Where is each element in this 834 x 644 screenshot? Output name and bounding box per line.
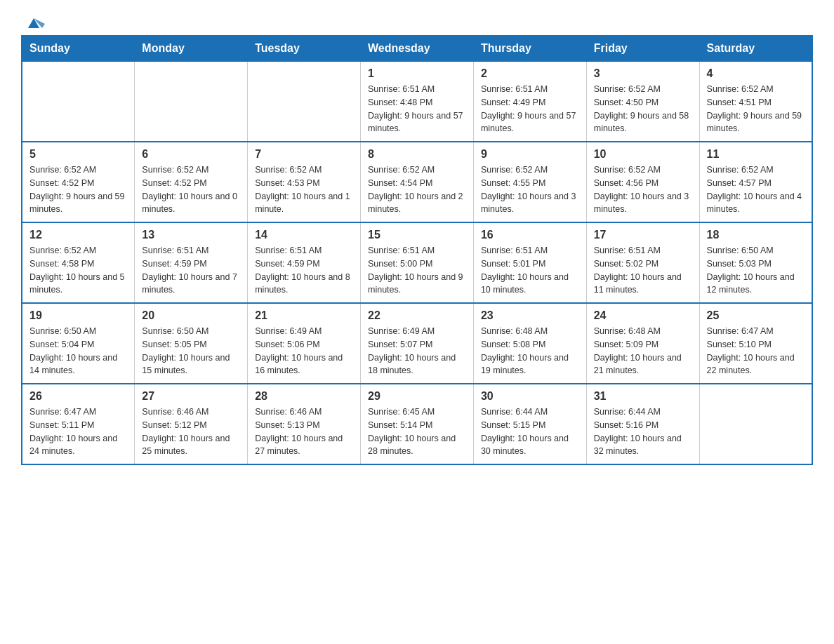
day-info: Sunrise: 6:48 AM Sunset: 5:08 PM Dayligh… bbox=[481, 325, 579, 377]
calendar-cell bbox=[248, 61, 361, 142]
day-number: 25 bbox=[707, 309, 805, 322]
day-info: Sunrise: 6:46 AM Sunset: 5:12 PM Dayligh… bbox=[142, 405, 240, 458]
day-info: Sunrise: 6:52 AM Sunset: 4:52 PM Dayligh… bbox=[29, 163, 127, 216]
day-info: Sunrise: 6:51 AM Sunset: 5:00 PM Dayligh… bbox=[368, 244, 466, 297]
calendar-cell: 2Sunrise: 6:51 AM Sunset: 4:49 PM Daylig… bbox=[473, 61, 586, 142]
weekday-header-row: SundayMondayTuesdayWednesdayThursdayFrid… bbox=[22, 36, 812, 61]
calendar-cell: 23Sunrise: 6:48 AM Sunset: 5:08 PM Dayli… bbox=[473, 303, 586, 384]
weekday-header-tuesday: Tuesday bbox=[248, 36, 361, 61]
calendar-week-1: 1Sunrise: 6:51 AM Sunset: 4:48 PM Daylig… bbox=[22, 61, 812, 142]
calendar-cell: 30Sunrise: 6:44 AM Sunset: 5:15 PM Dayli… bbox=[473, 384, 586, 464]
day-info: Sunrise: 6:51 AM Sunset: 4:49 PM Dayligh… bbox=[481, 83, 579, 135]
day-number: 17 bbox=[594, 229, 692, 241]
calendar-cell: 11Sunrise: 6:52 AM Sunset: 4:57 PM Dayli… bbox=[699, 142, 812, 222]
day-number: 9 bbox=[481, 148, 579, 161]
calendar-cell: 17Sunrise: 6:51 AM Sunset: 5:02 PM Dayli… bbox=[586, 222, 699, 303]
day-info: Sunrise: 6:47 AM Sunset: 5:10 PM Dayligh… bbox=[707, 325, 805, 377]
calendar-cell: 25Sunrise: 6:47 AM Sunset: 5:10 PM Dayli… bbox=[699, 303, 812, 384]
day-info: Sunrise: 6:49 AM Sunset: 5:06 PM Dayligh… bbox=[255, 325, 353, 377]
day-number: 26 bbox=[29, 390, 127, 403]
day-number: 24 bbox=[594, 309, 692, 322]
calendar-cell: 26Sunrise: 6:47 AM Sunset: 5:11 PM Dayli… bbox=[22, 384, 135, 464]
calendar-cell: 13Sunrise: 6:51 AM Sunset: 4:59 PM Dayli… bbox=[135, 222, 248, 303]
day-info: Sunrise: 6:52 AM Sunset: 4:56 PM Dayligh… bbox=[594, 163, 692, 216]
day-number: 6 bbox=[142, 148, 240, 161]
calendar-cell bbox=[135, 61, 248, 142]
day-info: Sunrise: 6:52 AM Sunset: 4:57 PM Dayligh… bbox=[707, 163, 805, 216]
weekday-header-sunday: Sunday bbox=[22, 36, 135, 61]
day-info: Sunrise: 6:50 AM Sunset: 5:05 PM Dayligh… bbox=[142, 325, 240, 377]
logo-icon bbox=[22, 11, 45, 34]
calendar-cell: 10Sunrise: 6:52 AM Sunset: 4:56 PM Dayli… bbox=[586, 142, 699, 222]
calendar-cell: 19Sunrise: 6:50 AM Sunset: 5:04 PM Dayli… bbox=[22, 303, 135, 384]
day-info: Sunrise: 6:52 AM Sunset: 4:51 PM Dayligh… bbox=[707, 83, 805, 135]
day-number: 13 bbox=[142, 229, 240, 241]
day-info: Sunrise: 6:52 AM Sunset: 4:53 PM Dayligh… bbox=[255, 163, 353, 216]
day-info: Sunrise: 6:48 AM Sunset: 5:09 PM Dayligh… bbox=[594, 325, 692, 377]
day-info: Sunrise: 6:50 AM Sunset: 5:03 PM Dayligh… bbox=[707, 244, 805, 297]
day-info: Sunrise: 6:47 AM Sunset: 5:11 PM Dayligh… bbox=[29, 405, 127, 458]
calendar-cell: 14Sunrise: 6:51 AM Sunset: 4:59 PM Dayli… bbox=[248, 222, 361, 303]
calendar-cell: 4Sunrise: 6:52 AM Sunset: 4:51 PM Daylig… bbox=[699, 61, 812, 142]
day-info: Sunrise: 6:51 AM Sunset: 4:59 PM Dayligh… bbox=[255, 244, 353, 297]
day-number: 27 bbox=[142, 390, 240, 403]
calendar-week-4: 19Sunrise: 6:50 AM Sunset: 5:04 PM Dayli… bbox=[22, 303, 812, 384]
day-number: 18 bbox=[707, 229, 805, 241]
day-number: 2 bbox=[481, 67, 579, 80]
day-number: 22 bbox=[368, 309, 466, 322]
calendar-cell: 6Sunrise: 6:52 AM Sunset: 4:52 PM Daylig… bbox=[135, 142, 248, 222]
day-number: 28 bbox=[255, 390, 353, 403]
calendar-cell: 7Sunrise: 6:52 AM Sunset: 4:53 PM Daylig… bbox=[248, 142, 361, 222]
calendar-cell: 15Sunrise: 6:51 AM Sunset: 5:00 PM Dayli… bbox=[361, 222, 474, 303]
calendar-week-3: 12Sunrise: 6:52 AM Sunset: 4:58 PM Dayli… bbox=[22, 222, 812, 303]
calendar-cell: 28Sunrise: 6:46 AM Sunset: 5:13 PM Dayli… bbox=[248, 384, 361, 464]
day-info: Sunrise: 6:51 AM Sunset: 5:02 PM Dayligh… bbox=[594, 244, 692, 297]
day-info: Sunrise: 6:52 AM Sunset: 4:55 PM Dayligh… bbox=[481, 163, 579, 216]
day-number: 23 bbox=[481, 309, 579, 322]
day-info: Sunrise: 6:52 AM Sunset: 4:52 PM Dayligh… bbox=[142, 163, 240, 216]
day-number: 5 bbox=[29, 148, 127, 161]
calendar-cell: 12Sunrise: 6:52 AM Sunset: 4:58 PM Dayli… bbox=[22, 222, 135, 303]
weekday-header-monday: Monday bbox=[135, 36, 248, 61]
day-number: 10 bbox=[594, 148, 692, 161]
weekday-header-friday: Friday bbox=[586, 36, 699, 61]
calendar-cell: 16Sunrise: 6:51 AM Sunset: 5:01 PM Dayli… bbox=[473, 222, 586, 303]
weekday-header-saturday: Saturday bbox=[699, 36, 812, 61]
calendar-cell bbox=[22, 61, 135, 142]
calendar-cell: 3Sunrise: 6:52 AM Sunset: 4:50 PM Daylig… bbox=[586, 61, 699, 142]
calendar-table: SundayMondayTuesdayWednesdayThursdayFrid… bbox=[21, 35, 813, 465]
day-number: 16 bbox=[481, 229, 579, 241]
calendar-cell: 5Sunrise: 6:52 AM Sunset: 4:52 PM Daylig… bbox=[22, 142, 135, 222]
svg-marker-0 bbox=[28, 18, 39, 28]
day-number: 11 bbox=[707, 148, 805, 161]
day-info: Sunrise: 6:50 AM Sunset: 5:04 PM Dayligh… bbox=[29, 325, 127, 377]
calendar-cell: 22Sunrise: 6:49 AM Sunset: 5:07 PM Dayli… bbox=[361, 303, 474, 384]
calendar-cell: 31Sunrise: 6:44 AM Sunset: 5:16 PM Dayli… bbox=[586, 384, 699, 464]
weekday-header-wednesday: Wednesday bbox=[361, 36, 474, 61]
calendar-week-5: 26Sunrise: 6:47 AM Sunset: 5:11 PM Dayli… bbox=[22, 384, 812, 464]
day-number: 15 bbox=[368, 229, 466, 241]
day-number: 21 bbox=[255, 309, 353, 322]
calendar-cell: 9Sunrise: 6:52 AM Sunset: 4:55 PM Daylig… bbox=[473, 142, 586, 222]
day-number: 29 bbox=[368, 390, 466, 403]
day-info: Sunrise: 6:51 AM Sunset: 4:48 PM Dayligh… bbox=[368, 83, 466, 135]
calendar-cell: 27Sunrise: 6:46 AM Sunset: 5:12 PM Dayli… bbox=[135, 384, 248, 464]
day-number: 7 bbox=[255, 148, 353, 161]
day-number: 20 bbox=[142, 309, 240, 322]
calendar-cell: 24Sunrise: 6:48 AM Sunset: 5:09 PM Dayli… bbox=[586, 303, 699, 384]
day-info: Sunrise: 6:45 AM Sunset: 5:14 PM Dayligh… bbox=[368, 405, 466, 458]
day-info: Sunrise: 6:44 AM Sunset: 5:15 PM Dayligh… bbox=[481, 405, 579, 458]
logo bbox=[21, 14, 46, 28]
page-header bbox=[21, 14, 813, 28]
day-info: Sunrise: 6:52 AM Sunset: 4:50 PM Dayligh… bbox=[594, 83, 692, 135]
day-info: Sunrise: 6:52 AM Sunset: 4:58 PM Dayligh… bbox=[29, 244, 127, 297]
day-number: 31 bbox=[594, 390, 692, 403]
day-number: 1 bbox=[368, 67, 466, 80]
calendar-cell: 20Sunrise: 6:50 AM Sunset: 5:05 PM Dayli… bbox=[135, 303, 248, 384]
calendar-cell: 8Sunrise: 6:52 AM Sunset: 4:54 PM Daylig… bbox=[361, 142, 474, 222]
calendar-cell bbox=[699, 384, 812, 464]
day-number: 19 bbox=[29, 309, 127, 322]
calendar-cell: 21Sunrise: 6:49 AM Sunset: 5:06 PM Dayli… bbox=[248, 303, 361, 384]
day-info: Sunrise: 6:52 AM Sunset: 4:54 PM Dayligh… bbox=[368, 163, 466, 216]
weekday-header-thursday: Thursday bbox=[473, 36, 586, 61]
